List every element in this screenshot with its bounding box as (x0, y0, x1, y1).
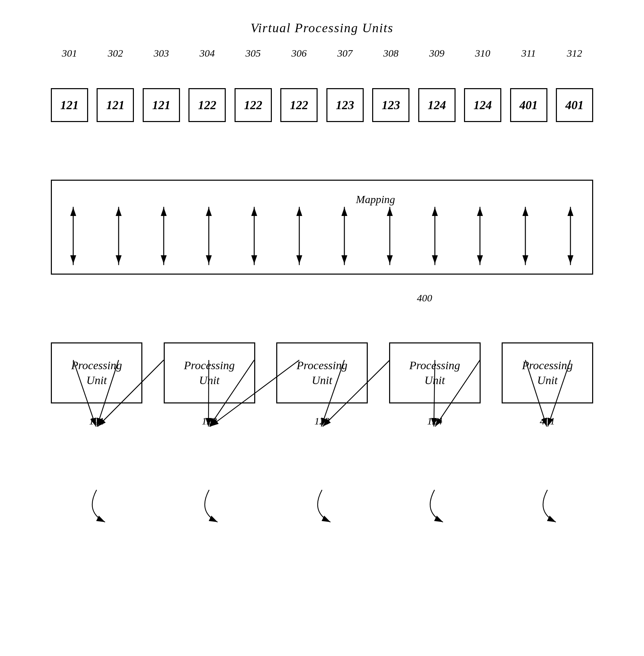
pu-label-0: 121 (51, 415, 142, 427)
vpu-label-0: 301 (51, 47, 88, 59)
vpu-label-5: 306 (280, 47, 318, 59)
pu-label-1: 122 (164, 415, 255, 427)
pu-row: ProcessingUnit ProcessingUnit Processing… (51, 342, 593, 403)
vpu-box-8: 124 (418, 88, 456, 122)
label-400: 400 (417, 292, 432, 304)
pu-label-3: 124 (389, 415, 481, 427)
vpu-box-4: 122 (235, 88, 272, 122)
vpu-box-11: 401 (556, 88, 593, 122)
pu-label-4: 401 (502, 415, 593, 427)
vpu-box-5: 122 (280, 88, 318, 122)
vpu-label-9: 310 (464, 47, 501, 59)
vpu-box-0: 121 (51, 88, 88, 122)
vpu-box-2: 121 (143, 88, 180, 122)
diagram: 301 302 303 304 305 306 307 308 309 310 … (51, 47, 593, 641)
vpu-box-1: 121 (97, 88, 134, 122)
vpu-box-10: 401 (510, 88, 547, 122)
pu-labels: 121 122 123 124 401 (51, 415, 593, 427)
mapping-box (51, 180, 593, 275)
pu-box-0: ProcessingUnit (51, 342, 142, 403)
vpu-box-9: 124 (464, 88, 501, 122)
page-title: Virtual Processing Units (0, 20, 644, 35)
vpu-label-8: 309 (418, 47, 456, 59)
pu-box-1: ProcessingUnit (164, 342, 255, 403)
vpu-row: 121 121 121 122 122 122 123 123 124 124 … (51, 88, 593, 122)
vpu-box-7: 123 (372, 88, 409, 122)
vpu-box-6: 123 (326, 88, 364, 122)
mapping-label: Mapping (356, 193, 395, 206)
pu-box-4: ProcessingUnit (502, 342, 593, 403)
vpu-label-3: 304 (188, 47, 226, 59)
vpu-label-6: 307 (326, 47, 364, 59)
vpu-label-10: 311 (510, 47, 547, 59)
pu-box-3: ProcessingUnit (389, 342, 481, 403)
vpu-label-1: 302 (97, 47, 134, 59)
vpu-label-2: 303 (143, 47, 180, 59)
vpu-box-3: 122 (188, 88, 226, 122)
vpu-label-4: 305 (235, 47, 272, 59)
vpu-labels: 301 302 303 304 305 306 307 308 309 310 … (51, 47, 593, 59)
vpu-label-11: 312 (556, 47, 593, 59)
pu-box-2: ProcessingUnit (276, 342, 368, 403)
pu-label-2: 123 (276, 415, 368, 427)
vpu-label-7: 308 (372, 47, 409, 59)
